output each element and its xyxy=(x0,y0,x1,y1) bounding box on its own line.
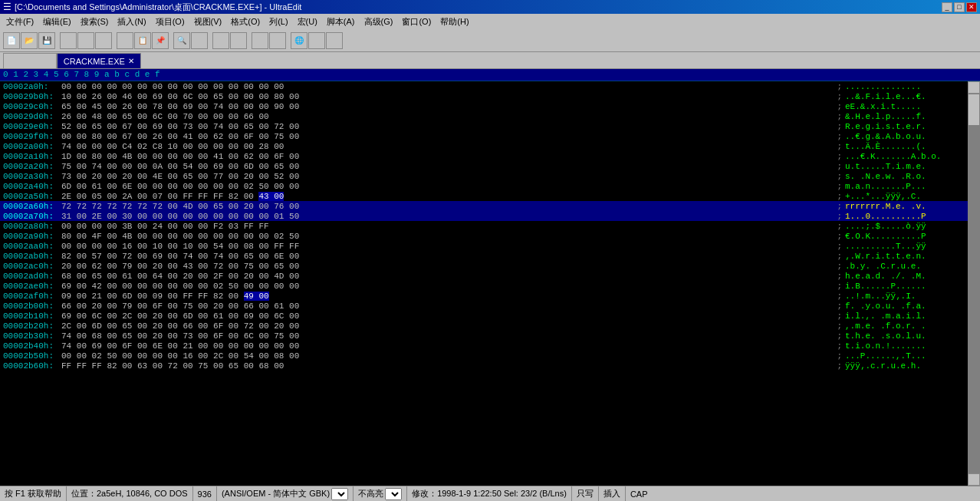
tab-res-dmp[interactable]: res.dmp ✕ xyxy=(3,53,57,68)
status-zoom: 不高亮 xyxy=(354,486,407,501)
hex-ascii: i.l.,. .m.a.i.l. xyxy=(845,311,968,321)
hex-row[interactable]: 00002b30h:74 00 68 00 65 00 20 00 73 00 … xyxy=(0,331,968,341)
hex-editor[interactable]: 00002a0h:00 00 00 00 00 00 00 00 00 00 0… xyxy=(0,81,968,486)
hex-row[interactable]: 00002b10h:69 00 6C 00 2C 00 20 00 6D 00 … xyxy=(0,311,968,321)
hex-bytes: 00 00 02 50 00 00 00 00 16 00 2C 00 54 0… xyxy=(61,351,834,361)
scroll-thumb[interactable] xyxy=(968,94,979,125)
hex-row[interactable]: 00002b60h:FF FF FF 82 00 63 00 72 00 75 … xyxy=(0,361,968,371)
menu-item-l[interactable]: 列(L) xyxy=(265,15,292,29)
hex-row[interactable]: 00002b20h:2C 00 6D 00 65 00 20 00 66 00 … xyxy=(0,321,968,331)
close-button[interactable]: ✕ xyxy=(966,2,977,12)
menu-item-s[interactable]: 搜索(S) xyxy=(76,15,113,29)
tb-open[interactable]: 📂 xyxy=(21,32,38,49)
menu-item-u[interactable]: 宏(U) xyxy=(293,15,322,29)
tb-save[interactable]: 💾 xyxy=(38,32,55,49)
hex-row[interactable]: 00002ac0h:20 00 62 00 79 00 20 00 43 00 … xyxy=(0,261,968,271)
tb-undo[interactable]: ↩ xyxy=(212,32,229,49)
hex-bytes: 10 00 26 00 46 00 69 00 6C 00 65 00 00 0… xyxy=(61,92,834,101)
hex-bytes: 75 00 74 00 00 00 0A 00 54 00 69 00 6D 0… xyxy=(61,162,834,171)
hex-row[interactable]: 00002a00h:74 00 00 00 C4 02 C8 10 00 00 … xyxy=(0,141,968,151)
hex-address: 00002b20h: xyxy=(0,321,61,331)
hex-row[interactable]: 00002a30h:73 00 20 00 20 00 4E 00 65 00 … xyxy=(0,171,968,181)
hex-row[interactable]: 00002a50h:2E 00 05 00 2A 00 07 00 FF FF … xyxy=(0,191,968,201)
tb-up[interactable]: 🖫 xyxy=(95,32,112,49)
hex-bytes: 82 00 57 00 72 00 69 00 74 00 74 00 65 0… xyxy=(61,252,834,261)
hex-row[interactable]: 00002a40h:6D 00 61 00 6E 00 00 00 00 00 … xyxy=(0,181,968,191)
app-icon: ☰ xyxy=(3,2,12,12)
window-title: [C:\Documents and Settings\Administrator… xyxy=(15,2,301,13)
hex-row[interactable]: 00002b00h:66 00 20 00 79 00 6F 00 75 00 … xyxy=(0,301,968,311)
menu-item-g[interactable]: 高级(G) xyxy=(360,15,398,29)
title-controls: _ □ ✕ xyxy=(942,2,977,12)
hex-row[interactable]: 00002b50h:00 00 02 50 00 00 00 00 16 00 … xyxy=(0,351,968,361)
hex-row[interactable]: 00002a90h:80 00 4F 00 4B 00 00 00 00 00 … xyxy=(0,231,968,241)
tb-info[interactable]: ℹ xyxy=(308,32,325,49)
menu-item-v[interactable]: 视图(V) xyxy=(189,15,227,29)
menu-item-a[interactable]: 脚本(A) xyxy=(322,15,360,29)
hex-row[interactable]: 00002aa0h:00 00 00 00 16 00 10 00 10 00 … xyxy=(0,241,968,251)
scroll-up-button[interactable]: ▲ xyxy=(968,81,980,94)
hex-row[interactable]: 00002a20h:75 00 74 00 00 00 0A 00 54 00 … xyxy=(0,161,968,171)
hex-address: 00002a90h: xyxy=(0,232,61,241)
maximize-button[interactable]: □ xyxy=(954,2,965,12)
hex-row[interactable]: 00002ab0h:82 00 57 00 72 00 69 00 74 00 … xyxy=(0,251,968,261)
hex-row[interactable]: 00002af0h:09 00 21 00 6D 00 09 00 FF FF … xyxy=(0,291,968,301)
hex-row[interactable]: 000029d0h:26 00 48 00 65 00 6C 00 70 00 … xyxy=(0,111,968,121)
hex-separator: ; xyxy=(834,102,845,111)
tb-copy[interactable]: 📋 xyxy=(134,32,151,49)
status-help: 按 F1 获取帮助 xyxy=(0,486,67,501)
hex-row[interactable]: 000029c0h:65 00 45 00 26 00 78 00 69 00 … xyxy=(0,101,968,111)
hex-row[interactable]: 00002a70h:31 00 2E 00 30 00 00 00 00 00 … xyxy=(0,211,968,221)
hex-separator: ; xyxy=(834,152,845,161)
hex-row[interactable]: 00002b40h:74 00 69 00 6F 00 6E 00 21 00 … xyxy=(0,341,968,351)
tab-crackme[interactable]: CRACKME.EXE ✕ xyxy=(57,53,141,68)
hex-ascii: ...€.K.......A.b.o. xyxy=(845,152,968,161)
tb-browser[interactable]: 🌐 xyxy=(291,32,307,49)
hex-row[interactable]: 00002a0h:00 00 00 00 00 00 00 00 00 00 0… xyxy=(0,81,968,91)
menu-item-o[interactable]: 窗口(O) xyxy=(397,15,436,29)
tb-forward[interactable]: ▶ xyxy=(77,32,94,49)
tb-redo[interactable]: ↪ xyxy=(230,32,247,49)
hex-separator: ; xyxy=(834,331,845,341)
hex-separator: ; xyxy=(834,172,845,181)
minimize-button[interactable]: _ xyxy=(942,2,952,12)
hex-row[interactable]: 00002ae0h:69 00 42 00 00 00 00 00 00 00 … xyxy=(0,281,968,291)
menu-item-f[interactable]: 文件(F) xyxy=(2,15,38,29)
tb-ascii[interactable]: AS xyxy=(269,32,286,49)
menu-item-e[interactable]: 编辑(E) xyxy=(38,15,76,29)
hex-ascii: .b.y. .C.r.u.e. xyxy=(845,262,968,271)
menu-item-n[interactable]: 插入(N) xyxy=(113,15,150,29)
tb-replace[interactable]: ↔ xyxy=(191,32,208,49)
hex-separator: ; xyxy=(834,242,845,251)
hex-row[interactable]: 00002a80h:00 00 00 00 3B 00 24 00 00 00 … xyxy=(0,221,968,231)
tb-find[interactable]: 🔍 xyxy=(173,32,190,49)
hex-bytes: 69 00 6C 00 2C 00 20 00 6D 00 61 00 69 0… xyxy=(61,311,834,321)
scroll-track[interactable] xyxy=(968,94,980,473)
hex-ascii: u.t.....T.i.m.e. xyxy=(845,162,968,171)
status-mode1: 只写 xyxy=(572,486,599,501)
menu-item-o[interactable]: 格式(O) xyxy=(226,15,265,29)
menu-item-o[interactable]: 项目(O) xyxy=(151,15,189,29)
hex-bytes: 09 00 21 00 6D 00 09 00 FF FF 82 00 49 0… xyxy=(61,292,834,301)
tb-paste[interactable]: 📌 xyxy=(152,32,169,49)
hex-row[interactable]: 00002ad0h:68 00 65 00 61 00 64 00 20 00 … xyxy=(0,271,968,281)
tb-back[interactable]: ◀ xyxy=(60,32,77,49)
hex-ascii: m.a.n.......P... xyxy=(845,182,968,191)
vertical-scrollbar[interactable]: ▲ ▼ xyxy=(968,81,980,486)
tb-hex[interactable]: HX xyxy=(252,32,268,49)
hex-row[interactable]: 000029f0h:00 00 80 00 67 00 26 00 41 00 … xyxy=(0,131,968,141)
encoding-dropdown[interactable] xyxy=(331,488,348,500)
tab-res-dmp-close[interactable]: ✕ xyxy=(44,57,50,65)
hex-row[interactable]: 00002a60h:72 72 72 72 72 72 72 00 4D 00 … xyxy=(0,201,968,211)
hex-row[interactable]: 00002a10h:1D 00 80 00 4B 00 00 00 00 00 … xyxy=(0,151,968,161)
hex-row[interactable]: 000029e0h:52 00 65 00 67 00 69 00 73 00 … xyxy=(0,121,968,131)
menu-item-h[interactable]: 帮助(H) xyxy=(436,15,473,29)
tb-cut[interactable]: ✂ xyxy=(117,32,133,49)
zoom-dropdown[interactable] xyxy=(385,488,402,500)
scroll-down-button[interactable]: ▼ xyxy=(968,473,980,486)
tb-help[interactable]: ? xyxy=(326,32,343,49)
tab-crackme-close[interactable]: ✕ xyxy=(128,57,134,65)
tb-new[interactable]: 📄 xyxy=(3,32,20,49)
hex-row[interactable]: 000029b0h:10 00 26 00 46 00 69 00 6C 00 … xyxy=(0,91,968,101)
hex-separator: ; xyxy=(834,162,845,171)
